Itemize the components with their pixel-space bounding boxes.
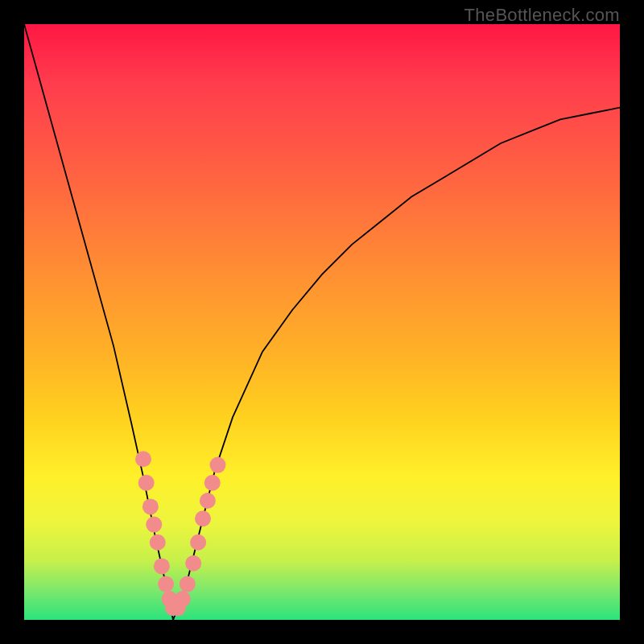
data-point [135,451,151,467]
data-points-group [135,451,226,616]
data-point [190,535,206,551]
curve-svg [24,24,620,620]
chart-frame: TheBottleneck.com [0,0,644,644]
data-point [210,457,226,473]
data-point [204,475,221,491]
data-point [195,510,211,526]
watermark-text: TheBottleneck.com [464,5,620,26]
data-point [138,475,155,491]
data-point [200,493,216,509]
bottleneck-curve [24,24,620,620]
plot-area [24,24,620,620]
data-point [158,576,174,592]
data-point [154,558,170,574]
data-point [185,555,201,572]
data-point [175,591,191,607]
data-point [150,535,166,551]
data-point [142,498,159,514]
data-point [146,517,162,533]
data-point [180,576,196,592]
